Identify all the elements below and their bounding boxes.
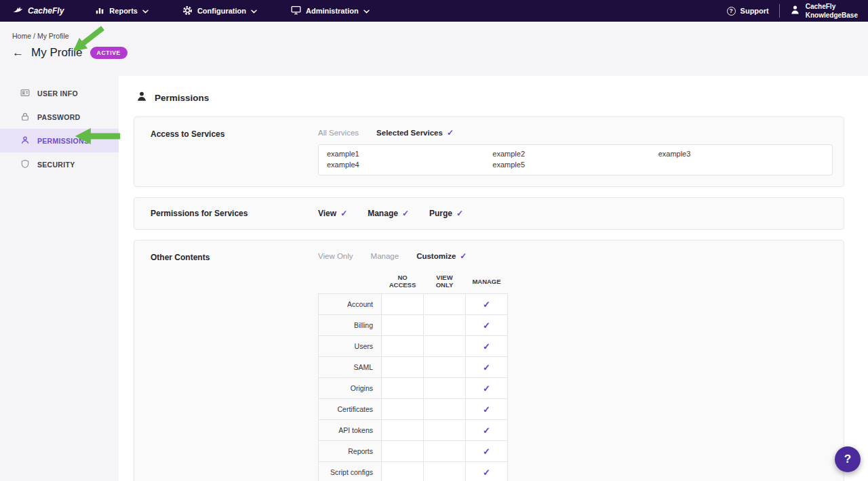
check-icon: ✓ bbox=[483, 383, 490, 394]
permission-cell-view-only[interactable] bbox=[424, 315, 466, 336]
permission-cell-view-only[interactable] bbox=[424, 294, 466, 315]
nav-menus: Reports Configuration Administration bbox=[95, 5, 369, 17]
status-badge: ACTIVE bbox=[90, 47, 127, 59]
permission-cell-manage[interactable]: ✓ bbox=[466, 378, 508, 399]
permission-cell-no-access[interactable] bbox=[382, 462, 424, 481]
check-icon: ✓ bbox=[483, 299, 490, 310]
option-view[interactable]: View✓ bbox=[318, 209, 347, 218]
permission-cell-no-access[interactable] bbox=[382, 420, 424, 441]
knowledgebase-link[interactable]: CacheFly KnowledgeBase bbox=[790, 2, 858, 20]
permission-cell-no-access[interactable] bbox=[382, 441, 424, 462]
help-circle-icon: ? bbox=[727, 7, 736, 16]
permission-cell-view-only[interactable] bbox=[424, 441, 466, 462]
main-panel: Permissions Access to Services All Servi… bbox=[119, 76, 868, 481]
permission-cell-manage[interactable]: ✓ bbox=[466, 294, 508, 315]
permission-row: Reports✓ bbox=[319, 441, 508, 462]
option-manage[interactable]: Manage✓ bbox=[368, 209, 409, 218]
check-icon: ✓ bbox=[483, 341, 490, 352]
permission-row: API tokens✓ bbox=[319, 420, 508, 441]
permission-row-label: Script configs bbox=[319, 462, 382, 481]
header-view-only: VIEW ONLY bbox=[424, 268, 466, 294]
permission-cell-no-access[interactable] bbox=[382, 357, 424, 378]
check-icon: ✓ bbox=[483, 362, 490, 373]
check-icon: ✓ bbox=[483, 425, 490, 436]
breadcrumb-home[interactable]: Home bbox=[12, 32, 31, 40]
tab-customize[interactable]: Customize✓ bbox=[416, 251, 467, 261]
permission-row: Users✓ bbox=[319, 336, 508, 357]
support-button[interactable]: ? Support bbox=[727, 7, 769, 16]
breadcrumb-current: My Profile bbox=[37, 32, 69, 40]
tab-label: Selected Services bbox=[376, 129, 443, 137]
cachefly-logo[interactable]: CacheFly bbox=[12, 4, 64, 18]
permission-cell-manage[interactable]: ✓ bbox=[466, 357, 508, 378]
cachefly-wing-icon bbox=[12, 4, 24, 18]
card-title: Access to Services bbox=[151, 128, 318, 175]
sidebar-item-label: SECURITY bbox=[37, 161, 75, 169]
permission-cell-manage[interactable]: ✓ bbox=[466, 462, 508, 481]
permission-cell-view-only[interactable] bbox=[424, 357, 466, 378]
permission-cell-manage[interactable]: ✓ bbox=[466, 315, 508, 336]
tab-view-only[interactable]: View Only bbox=[318, 252, 353, 260]
breadcrumb: Home/My Profile bbox=[12, 32, 868, 40]
selected-services-grid: example1example2example3example4example5 bbox=[318, 144, 833, 175]
tab-manage[interactable]: Manage bbox=[371, 252, 399, 260]
sidebar-item-security[interactable]: SECURITY bbox=[0, 152, 119, 176]
header-no-access: NO ACCESS bbox=[382, 268, 424, 294]
permission-cell-no-access[interactable] bbox=[382, 294, 424, 315]
gear-icon bbox=[182, 5, 193, 17]
chevron-down-icon bbox=[142, 7, 149, 15]
access-to-services-card: Access to Services All Services Selected… bbox=[134, 117, 844, 187]
shield-icon bbox=[20, 159, 30, 170]
breadcrumb-separator: / bbox=[33, 32, 35, 40]
back-arrow-button[interactable]: ← bbox=[12, 46, 24, 60]
tab-all-services[interactable]: All Services bbox=[318, 129, 359, 137]
tab-label: Customize bbox=[416, 252, 456, 260]
knowledgebase-label: CacheFly KnowledgeBase bbox=[806, 2, 858, 20]
check-icon: ✓ bbox=[483, 320, 490, 331]
permission-cell-manage[interactable]: ✓ bbox=[466, 399, 508, 420]
nav-divider bbox=[779, 4, 780, 18]
option-purge[interactable]: Purge✓ bbox=[429, 209, 463, 218]
check-icon: ✓ bbox=[340, 209, 347, 218]
bar-chart-icon bbox=[95, 5, 104, 16]
person-icon bbox=[20, 135, 30, 146]
permissions-person-icon bbox=[136, 91, 147, 104]
sidebar-item-password[interactable]: PASSWORD bbox=[0, 105, 119, 129]
permission-row: Script configs✓ bbox=[319, 462, 508, 481]
permission-cell-no-access[interactable] bbox=[382, 315, 424, 336]
nav-item-label: Reports bbox=[109, 7, 138, 15]
check-icon: ✓ bbox=[460, 251, 467, 261]
permission-cell-no-access[interactable] bbox=[382, 378, 424, 399]
page-header: Home/My Profile ← My Profile ACTIVE bbox=[0, 22, 868, 76]
sidebar-item-user-info[interactable]: USER INFO bbox=[0, 81, 119, 105]
nav-item-configuration[interactable]: Configuration bbox=[182, 5, 257, 17]
permission-cell-manage[interactable]: ✓ bbox=[466, 336, 508, 357]
tab-selected-services[interactable]: Selected Services✓ bbox=[376, 128, 454, 138]
help-fab-button[interactable]: ? bbox=[835, 446, 861, 472]
permission-row: Account✓ bbox=[319, 294, 508, 315]
sidebar-item-permissions[interactable]: PERMISSIONS bbox=[0, 129, 119, 152]
permission-row: Billing✓ bbox=[319, 315, 508, 336]
service-name: example5 bbox=[492, 160, 658, 170]
permission-cell-view-only[interactable] bbox=[424, 399, 466, 420]
nav-item-reports[interactable]: Reports bbox=[95, 5, 149, 16]
permission-cell-view-only[interactable] bbox=[424, 420, 466, 441]
permission-cell-no-access[interactable] bbox=[382, 336, 424, 357]
permission-cell-view-only[interactable] bbox=[424, 462, 466, 481]
permission-cell-no-access[interactable] bbox=[382, 399, 424, 420]
check-icon: ✓ bbox=[483, 446, 490, 457]
header-empty bbox=[319, 268, 382, 294]
permission-cell-view-only[interactable] bbox=[424, 378, 466, 399]
brand-name: CacheFly bbox=[28, 6, 64, 16]
permission-cell-view-only[interactable] bbox=[424, 336, 466, 357]
permission-cell-manage[interactable]: ✓ bbox=[466, 441, 508, 462]
table-header-row: NO ACCESS VIEW ONLY MANAGE bbox=[319, 268, 508, 294]
nav-item-administration[interactable]: Administration bbox=[291, 5, 370, 16]
sidebar-item-label: USER INFO bbox=[37, 89, 78, 98]
card-title: Permissions for Services bbox=[151, 209, 318, 218]
service-permission-options: View✓ Manage✓ Purge✓ bbox=[318, 209, 833, 218]
check-icon: ✓ bbox=[483, 467, 490, 478]
permission-cell-manage[interactable]: ✓ bbox=[466, 420, 508, 441]
service-name: example4 bbox=[327, 160, 492, 170]
permission-row: SAML✓ bbox=[319, 357, 508, 378]
